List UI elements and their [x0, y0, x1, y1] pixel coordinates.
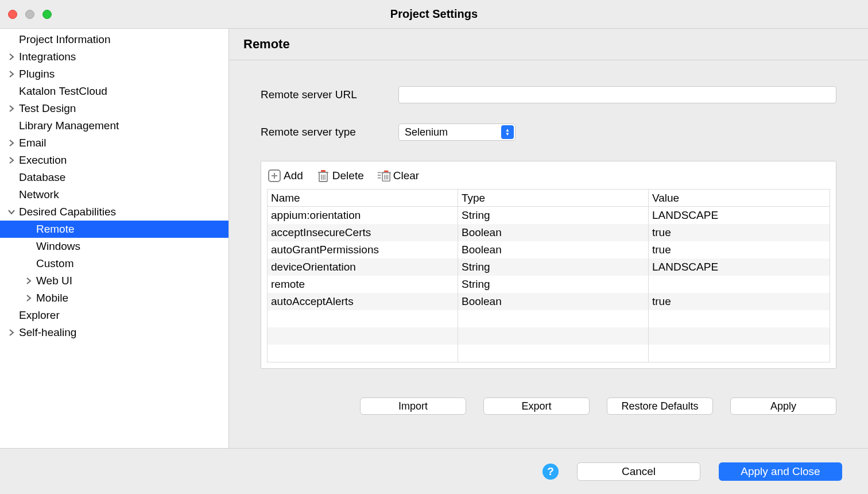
add-button[interactable]: Add — [267, 168, 303, 183]
sidebar-item-plugins[interactable]: Plugins — [0, 65, 228, 83]
col-header-name[interactable]: Name — [268, 190, 458, 206]
apply-button[interactable]: Apply — [730, 397, 836, 415]
col-header-type[interactable]: Type — [458, 190, 649, 206]
cell-type[interactable] — [458, 310, 649, 327]
sidebar-item-database[interactable]: Database — [0, 169, 228, 186]
chevron-right-icon[interactable] — [4, 157, 19, 164]
capabilities-panel: Add Delete Clear — [261, 161, 836, 369]
export-button[interactable]: Export — [483, 397, 590, 415]
chevron-right-icon[interactable] — [4, 329, 19, 336]
sidebar-item-email[interactable]: Email — [0, 134, 228, 152]
delete-button[interactable]: Delete — [316, 168, 364, 183]
clear-button[interactable]: Clear — [377, 168, 419, 183]
sidebar-item-windows[interactable]: Windows — [0, 238, 228, 255]
chevron-right-icon[interactable] — [21, 295, 36, 302]
help-icon[interactable]: ? — [542, 464, 559, 480]
remote-type-select[interactable]: Selenium ▲▼ — [398, 124, 516, 141]
cell-name[interactable]: autoAcceptAlerts — [268, 293, 458, 310]
sidebar-item-remote[interactable]: Remote — [0, 221, 228, 238]
cell-value[interactable]: LANDSCAPE — [649, 207, 830, 224]
minimize-window-icon[interactable] — [25, 10, 34, 19]
table-row-empty[interactable] — [268, 310, 830, 327]
chevron-down-icon[interactable] — [4, 209, 19, 215]
chevron-right-icon[interactable] — [4, 71, 19, 78]
sidebar-item-label: Network — [19, 188, 59, 201]
sidebar-item-test-design[interactable]: Test Design — [0, 100, 228, 117]
restore-defaults-button[interactable]: Restore Defaults — [607, 397, 713, 415]
clear-label: Clear — [393, 169, 419, 182]
cell-name[interactable] — [268, 310, 458, 327]
trash-icon — [316, 168, 331, 183]
sidebar-item-network[interactable]: Network — [0, 186, 228, 203]
cell-type[interactable] — [458, 327, 649, 345]
cell-value[interactable] — [649, 327, 830, 345]
chevron-right-icon[interactable] — [4, 140, 19, 146]
sidebar-item-execution[interactable]: Execution — [0, 152, 228, 169]
table-row[interactable]: deviceOrientationStringLANDSCAPE — [268, 258, 830, 276]
sidebar-item-mobile[interactable]: Mobile — [0, 290, 228, 307]
close-window-icon[interactable] — [8, 10, 17, 19]
sidebar-item-explorer[interactable]: Explorer — [0, 307, 228, 324]
cell-name[interactable] — [268, 327, 458, 345]
sidebar-item-label: Katalon TestCloud — [19, 85, 107, 98]
sidebar-item-library-management[interactable]: Library Management — [0, 117, 228, 134]
sidebar-item-label: Email — [19, 137, 46, 149]
cell-value[interactable]: true — [649, 293, 830, 310]
cell-type[interactable]: String — [458, 207, 649, 224]
cell-type[interactable]: Boolean — [458, 224, 649, 241]
cell-name[interactable]: remote — [268, 276, 458, 293]
maximize-window-icon[interactable] — [42, 10, 52, 19]
table-row[interactable]: autoAcceptAlertsBooleantrue — [268, 293, 830, 310]
cell-name[interactable]: deviceOrientation — [268, 258, 458, 276]
table-row-empty[interactable] — [268, 345, 830, 362]
chevron-right-icon[interactable] — [21, 277, 36, 284]
table-row[interactable]: remoteString — [268, 276, 830, 293]
cell-value[interactable] — [649, 310, 830, 327]
cell-name[interactable]: autoGrantPermissions — [268, 241, 458, 258]
sidebar-item-web-ui[interactable]: Web UI — [0, 272, 228, 290]
cell-type[interactable]: String — [458, 258, 649, 276]
sidebar-item-label: Project Information — [19, 33, 110, 46]
table-row[interactable]: autoGrantPermissionsBooleantrue — [268, 241, 830, 258]
cell-value[interactable] — [649, 345, 830, 362]
cell-value[interactable]: LANDSCAPE — [649, 258, 830, 276]
sidebar-item-label: Self-healing — [19, 326, 76, 339]
add-label: Add — [284, 169, 303, 182]
cell-value[interactable]: true — [649, 241, 830, 258]
sidebar-item-integrations[interactable]: Integrations — [0, 48, 228, 65]
import-button[interactable]: Import — [360, 397, 466, 415]
sidebar-item-desired-capabilities[interactable]: Desired Capabilities — [0, 203, 228, 221]
sidebar-item-label: Test Design — [19, 102, 76, 115]
sidebar-item-label: Explorer — [19, 309, 60, 322]
sidebar-item-label: Execution — [19, 154, 67, 167]
sidebar-item-label: Database — [19, 171, 65, 184]
table-row[interactable]: appium:orientationStringLANDSCAPE — [268, 207, 830, 224]
sidebar-item-label: Web UI — [36, 275, 72, 287]
cell-name[interactable] — [268, 345, 458, 362]
sidebar-item-custom[interactable]: Custom — [0, 255, 228, 272]
sidebar-item-self-healing[interactable]: Self-healing — [0, 324, 228, 341]
sidebar-item-katalon-testcloud[interactable]: Katalon TestCloud — [0, 83, 228, 100]
sidebar-item-label: Integrations — [19, 51, 76, 63]
cell-type[interactable]: Boolean — [458, 241, 649, 258]
cell-name[interactable]: appium:orientation — [268, 207, 458, 224]
chevron-right-icon[interactable] — [4, 53, 19, 60]
capabilities-table: Name Type Value appium:orientationString… — [267, 189, 830, 362]
remote-url-label: Remote server URL — [261, 88, 398, 101]
cell-value[interactable] — [649, 276, 830, 293]
apply-close-button[interactable]: Apply and Close — [719, 462, 842, 481]
cell-type[interactable]: Boolean — [458, 293, 649, 310]
table-row[interactable]: acceptInsecureCertsBooleantrue — [268, 224, 830, 241]
sidebar-item-project-information[interactable]: Project Information — [0, 31, 228, 48]
cancel-button[interactable]: Cancel — [577, 462, 700, 481]
cell-type[interactable]: String — [458, 276, 649, 293]
cell-name[interactable]: acceptInsecureCerts — [268, 224, 458, 241]
action-buttons-row: Import Export Restore Defaults Apply — [261, 397, 836, 415]
cell-type[interactable] — [458, 345, 649, 362]
chevron-right-icon[interactable] — [4, 105, 19, 112]
col-header-value[interactable]: Value — [649, 190, 830, 206]
cell-value[interactable]: true — [649, 224, 830, 241]
content-body: Remote server URL Remote server type Sel… — [229, 60, 868, 448]
table-row-empty[interactable] — [268, 327, 830, 345]
remote-url-input[interactable] — [398, 86, 836, 103]
